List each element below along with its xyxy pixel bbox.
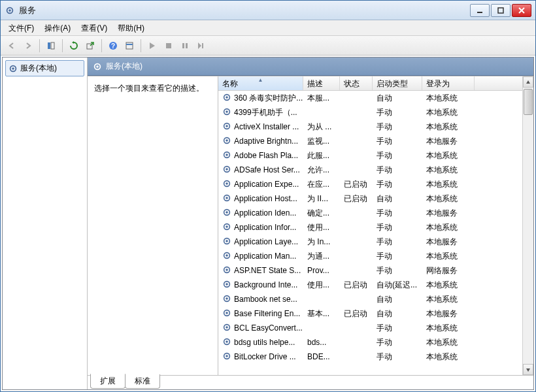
table-row[interactable]: Application Iden...确定...手动本地服务 (218, 206, 522, 220)
cell-logon: 本地系统 (422, 165, 475, 176)
service-list[interactable]: 名称 描述 状态 启动类型 登录为 360 杀毒实时防护...本服...自动本地… (218, 76, 522, 375)
gear-icon (222, 107, 231, 118)
table-row[interactable]: ADSafe Host Ser...允许...手动本地系统 (218, 163, 522, 177)
gear-icon (222, 136, 231, 147)
cell-start: 手动 (373, 179, 422, 190)
table-row[interactable]: Adaptive Brightn...监视...手动本地服务 (218, 134, 522, 148)
column-logon-as[interactable]: 登录为 (422, 76, 475, 90)
svg-point-30 (226, 154, 228, 156)
column-name[interactable]: 名称 (218, 76, 303, 90)
window-title: 服务 (19, 5, 470, 16)
sidebar-item-services-local[interactable]: 服务(本地) (5, 60, 84, 76)
table-row[interactable]: BCL EasyConvert...手动本地系统 (218, 321, 522, 335)
cell-logon: 本地系统 (422, 251, 475, 262)
table-row[interactable]: Bambook net se...自动本地系统 (218, 292, 522, 306)
table-row[interactable]: ActiveX Installer ...为从 ...手动本地系统 (218, 120, 522, 134)
scroll-track[interactable] (523, 88, 533, 364)
svg-rect-11 (126, 42, 133, 49)
svg-rect-13 (166, 43, 171, 48)
table-row[interactable]: Application Host...为 II...已启动自动本地系统 (218, 191, 522, 206)
cell-name: Application Laye... (218, 237, 303, 248)
gear-icon (222, 179, 231, 190)
svg-point-52 (226, 312, 228, 314)
table-row[interactable]: BitLocker Drive ...BDE...手动本地系统 (218, 350, 522, 364)
maximize-button[interactable] (491, 4, 511, 17)
cell-logon: 本地系统 (422, 150, 475, 161)
menu-action[interactable]: 操作(A) (39, 20, 76, 35)
pause-service-button[interactable] (178, 39, 192, 53)
cell-start: 手动 (373, 150, 422, 161)
table-row[interactable]: Application Infor...使用...手动本地系统 (218, 220, 522, 235)
table-row[interactable]: bdsg utils helpe...bds...手动本地系统 (218, 335, 522, 350)
sidebar-item-label: 服务(本地) (20, 63, 57, 74)
cell-start: 手动 (373, 237, 422, 248)
scroll-down-button[interactable] (523, 364, 533, 375)
table-row[interactable]: ASP.NET State S...Prov...手动网络服务 (218, 263, 522, 278)
table-row[interactable]: 360 杀毒实时防护...本服...自动本地系统 (218, 91, 522, 105)
scroll-thumb[interactable] (524, 89, 533, 115)
column-status[interactable]: 状态 (340, 76, 373, 90)
cell-desc: 允许... (303, 165, 340, 176)
refresh-button[interactable] (67, 39, 81, 53)
main-header: 服务(本地) (88, 57, 533, 76)
table-row[interactable]: Adobe Flash Pla...此服...手动本地系统 (218, 148, 522, 163)
show-hide-tree-button[interactable] (44, 39, 58, 53)
svg-rect-16 (202, 43, 203, 48)
main-header-title: 服务(本地) (106, 61, 142, 72)
cell-logon: 本地服务 (422, 308, 475, 319)
cell-start: 手动 (373, 165, 422, 176)
svg-rect-14 (182, 43, 184, 48)
tab-standard[interactable]: 标准 (125, 374, 160, 389)
menu-help[interactable]: 帮助(H) (112, 20, 150, 35)
help-button[interactable]: ? (106, 39, 120, 53)
cell-desc: 使用... (303, 280, 340, 291)
cell-desc: 为通... (303, 251, 340, 262)
table-row[interactable]: Base Filtering En...基本...已启动自动本地服务 (218, 306, 522, 321)
cell-start: 手动 (373, 208, 422, 219)
column-startup-type[interactable]: 启动类型 (373, 76, 422, 90)
gear-icon (222, 93, 231, 104)
cell-start: 自动(延迟... (373, 280, 422, 291)
list-header: 名称 描述 状态 启动类型 登录为 (218, 76, 522, 91)
back-button[interactable] (5, 39, 19, 53)
table-row[interactable]: 4399手机助手（...手动本地系统 (218, 105, 522, 120)
table-row[interactable]: Application Expe...在应...已启动手动本地系统 (218, 177, 522, 191)
gear-icon (222, 122, 231, 133)
cell-desc: Prov... (303, 266, 340, 275)
gear-icon (222, 265, 231, 276)
cell-logon: 本地系统 (422, 107, 475, 118)
properties-button[interactable] (122, 39, 137, 53)
forward-button[interactable] (21, 39, 35, 53)
cell-name: Background Inte... (218, 280, 303, 291)
column-description[interactable]: 描述 (303, 76, 340, 90)
svg-point-28 (226, 139, 228, 142)
cell-logon: 本地系统 (422, 351, 475, 363)
minimize-button[interactable] (470, 4, 490, 17)
restart-service-button[interactable] (194, 39, 209, 53)
stop-service-button[interactable] (161, 39, 176, 53)
table-row[interactable]: Application Laye...为 In...手动本地服务 (218, 235, 522, 249)
table-row[interactable]: Background Inte...使用...已启动自动(延迟...本地系统 (218, 278, 522, 292)
scroll-up-button[interactable] (523, 76, 533, 88)
svg-rect-3 (498, 8, 503, 13)
table-row[interactable]: Application Man...为通...手动本地系统 (218, 249, 522, 263)
tab-extended[interactable]: 扩展 (90, 374, 126, 389)
cell-start: 手动 (373, 265, 422, 276)
cell-name: Application Man... (218, 251, 303, 262)
vertical-scrollbar[interactable] (522, 76, 533, 375)
export-button[interactable] (83, 39, 97, 53)
gear-icon (222, 208, 231, 219)
svg-point-42 (226, 240, 228, 242)
cell-start: 自动 (373, 193, 422, 204)
menu-file[interactable]: 文件(F) (3, 20, 39, 35)
cell-start: 手动 (373, 351, 422, 363)
menu-view[interactable]: 查看(V) (76, 20, 112, 35)
svg-point-58 (226, 355, 228, 357)
close-button[interactable] (512, 4, 531, 17)
cell-start: 手动 (373, 222, 422, 233)
svg-point-20 (96, 65, 99, 68)
cell-desc: 为从 ... (303, 122, 340, 133)
titlebar[interactable]: 服务 (1, 1, 535, 20)
cell-start: 手动 (373, 251, 422, 262)
start-service-button[interactable] (145, 39, 159, 53)
